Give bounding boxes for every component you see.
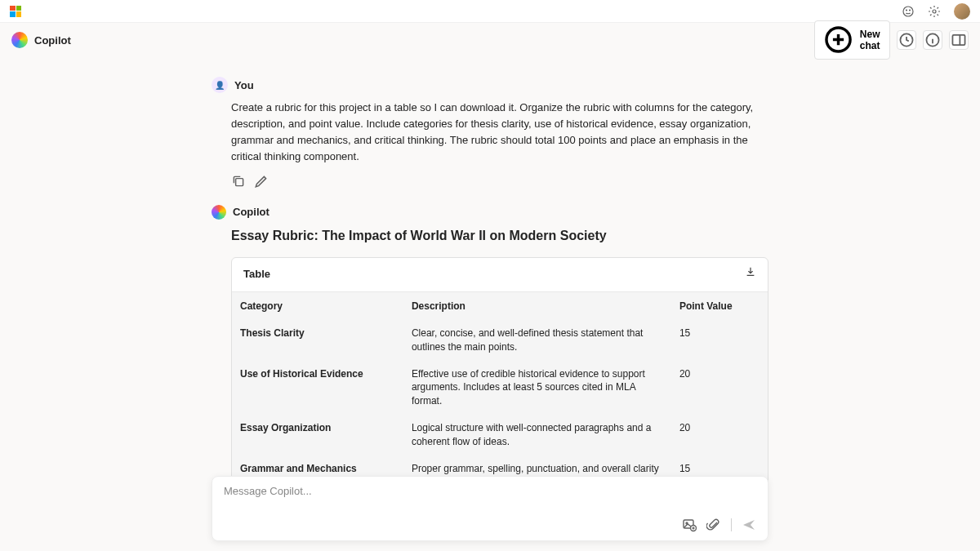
user-sender-label: You xyxy=(234,79,254,91)
table-row: Essay Organization Logical structure wit… xyxy=(232,415,768,455)
svg-point-2 xyxy=(910,10,911,11)
cell-description: Logical structure with well-connected pa… xyxy=(403,415,671,455)
cell-description: Clear, concise, and well-defined thesis … xyxy=(403,320,671,361)
user-message: You Create a rubric for this project in … xyxy=(212,77,768,189)
history-icon[interactable] xyxy=(897,30,916,50)
new-chat-button[interactable]: New chat xyxy=(814,20,890,59)
svg-point-3 xyxy=(933,10,936,13)
send-icon[interactable] xyxy=(742,518,756,532)
cell-description: Effective use of credible historical evi… xyxy=(403,361,671,415)
panel-icon[interactable] xyxy=(949,30,969,50)
message-input-dock[interactable]: Message Copilot... xyxy=(212,476,768,541)
user-avatar-small-icon xyxy=(212,77,228,93)
svg-rect-7 xyxy=(952,35,964,45)
cell-category: Essay Organization xyxy=(232,415,403,455)
col-category: Category xyxy=(232,291,403,320)
message-input[interactable]: Message Copilot... xyxy=(224,485,756,509)
cell-points: 20 xyxy=(671,415,768,455)
copilot-sender-label: Copilot xyxy=(233,206,270,218)
global-top-bar xyxy=(0,0,980,23)
app-bar: Copilot New chat xyxy=(0,23,980,57)
cell-category: Thesis Clarity xyxy=(232,320,403,361)
col-description: Description xyxy=(403,291,671,320)
table-label: Table xyxy=(243,266,270,282)
user-avatar[interactable] xyxy=(954,3,970,20)
copy-icon[interactable] xyxy=(231,174,246,189)
cell-category: Use of Historical Evidence xyxy=(232,361,403,415)
info-icon[interactable] xyxy=(923,30,942,50)
edit-pencil-icon[interactable] xyxy=(254,174,269,189)
cell-points: 20 xyxy=(671,361,768,415)
settings-gear-icon[interactable] xyxy=(928,5,941,18)
download-icon[interactable] xyxy=(745,266,756,282)
table-row: Use of Historical Evidence Effective use… xyxy=(232,361,768,415)
new-chat-label: New chat xyxy=(858,29,881,51)
copilot-avatar-icon xyxy=(212,205,226,220)
table-row: Thesis Clarity Clear, concise, and well-… xyxy=(232,320,768,361)
image-add-icon[interactable] xyxy=(682,518,697,532)
emoji-feedback-icon[interactable] xyxy=(902,5,915,18)
microsoft-logo-icon[interactable] xyxy=(10,6,21,17)
svg-point-0 xyxy=(903,7,913,16)
cell-points: 15 xyxy=(671,320,768,361)
svg-point-1 xyxy=(906,10,907,11)
copilot-logo-icon xyxy=(11,32,28,48)
response-title: Essay Rubric: The Impact of World War II… xyxy=(231,226,768,247)
col-points: Point Value xyxy=(671,291,768,320)
svg-rect-8 xyxy=(236,178,243,185)
input-divider xyxy=(731,518,732,531)
attachment-icon[interactable] xyxy=(706,518,721,532)
user-message-text: Create a rubric for this project in a ta… xyxy=(212,100,768,166)
app-name: Copilot xyxy=(34,34,71,47)
